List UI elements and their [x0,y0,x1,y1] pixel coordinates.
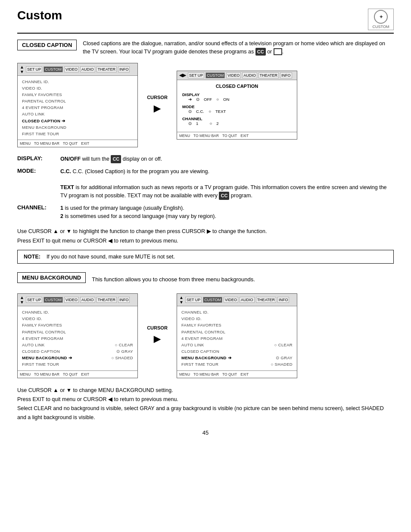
mode-explain-label: MODE: [17,168,56,200]
cc-channel-group: CHANNEL 1 2 [182,116,292,126]
s2-footer-toquit: TO QUIT [63,372,78,376]
r2-firsttime-opt: ○ SHADED [271,361,293,367]
r2-menubg: MENU BACKGROUND ➔ [181,355,231,361]
r2-firsttime-row: FIRST TIME TOUR ○ SHADED [181,361,293,367]
custom-nav-icon: CUSTOM [44,66,63,72]
page-header: Custom ✦ CUSTOM [17,9,394,34]
menu-bg-label: MENU BACKGROUND [17,272,86,283]
right-screen-header-cc: ◀▶ SET UP CUSTOM VIDEO AUDIO THEATER INF… [177,71,297,80]
r2-footer-tomenubar: TO MENU BAR [193,372,219,376]
r2-menubg-row: MENU BACKGROUND ➔ ⊙ GRAY [181,355,293,361]
s2-menubg-row: MENU BACKGROUND ➔ ○ SHADED [22,355,133,361]
r2-family-fav: FAMILY FAVORITES [181,322,293,328]
r-theater-icon: THEATER [258,72,279,78]
right-screen-body-2: CHANNEL ID. VIDEO ID. FAMILY FAVORITES P… [177,306,297,370]
cursor-label-1: CURSOR [147,95,168,100]
s2-video-icon: VIDEO [64,297,79,303]
radio-on [216,97,219,102]
s2-firsttime: FIRST TIME TOUR [22,361,133,367]
r2-4event: 4 EVENT PROGRAM [181,335,293,342]
cursor-instructions: Use CURSOR ▲ or ▼ to highlight the funct… [17,227,394,246]
r2-footer-toquit: TO QUIT [222,372,237,376]
s2-setup-icon: SET UP [26,297,42,303]
cursor-inst-line1: Use CURSOR ▲ or ▼ to highlight the funct… [17,227,394,236]
r2-parental: PARENTAL CONTROL [181,329,293,335]
custom-icon-circle: ✦ [374,10,388,24]
note-box: NOTE: If you do not have sound, make sur… [17,250,394,264]
s2-info-icon: INFO [118,297,130,303]
nav2-up-arrow: ▲▼ [20,295,24,305]
cc-mode-label: MODE [182,104,292,109]
ch1-rest: is used for the primary language (usuall… [65,205,184,211]
ch1-bold: 1 [60,205,63,211]
s2-autolink-opt: ○ CLEAR [115,342,133,348]
cc-desc-part2: or [267,49,272,55]
closed-caption-desc-row: CLOSED CAPTION Closed captions are the d… [17,40,394,56]
cc-badge-inline: CC [255,48,266,56]
left-screen-footer-2: MENU TO MENU BAR TO QUIT EXIT [18,370,137,378]
s2-video-id: VIDEO ID. [22,315,133,322]
page-number: 45 [17,429,394,436]
cc-desc-part1: Closed captions are the dialogue, narrat… [83,40,385,55]
s2-parental: PARENTAL CONTROL [22,329,133,335]
s2-audio-icon: AUDIO [80,297,95,303]
r-setup-icon: SET UP [188,72,204,78]
display-on-label: ON [223,97,229,102]
s2-4event: 4 EVENT PROGRAM [22,335,133,342]
page-title: Custom [17,9,62,22]
channel-2-label: 2 [216,121,218,126]
square-badge [274,48,282,55]
s2-autolink-row: AUTO LINK ○ CLEAR [22,342,133,348]
r2-setup-icon: SET UP [185,297,202,303]
s2-autolink: AUTO LINK [22,342,45,348]
s2-footer-tomenubar: TO MENU BAR [34,372,59,376]
cc-display-group: DISPLAY ➔ OFF ON [182,92,292,102]
r-footer-toquit: TO QUIT [222,134,237,138]
cc-screen-title: CLOSED CAPTION [182,84,292,89]
footer-tomenubar: TO MENU BAR [34,141,59,146]
s2-menubg-opt: ○ SHADED [112,355,133,361]
mode-text2-end: program. [231,193,252,199]
s2-cc-row: CLOSED CAPTION ⊙ GRAY [22,348,133,355]
r2-firsttime: FIRST TIME TOUR [181,361,218,367]
note-text: If you do not have sound, make sure MUTE… [47,254,175,260]
cc-channel-values: 1 2 [188,121,292,126]
r2-autolink: AUTO LINK [181,342,204,348]
right-screen-header-2: ▲▼ SET UP CUSTOM VIDEO AUDIO THEATER INF… [177,294,297,306]
cursor-label-2: CURSOR [147,325,168,330]
r2-info-icon: INFO [277,297,290,303]
r-video-icon: VIDEO [226,72,241,78]
screens-row-2: ▲▼ SET UP CUSTOM VIDEO AUDIO THEATER INF… [17,293,394,378]
r2-custom-icon: CUSTOM [203,297,222,303]
cc-badge-display: CC [111,155,121,163]
left-screen-body-1: CHANNEL ID. VIDEO ID. FAMILY FAVORITES P… [18,76,137,140]
channel-1-label: 1 [196,121,198,126]
radio-ch2 [209,121,212,126]
note-label: NOTE: [24,254,40,260]
r2-theater-icon: THEATER [256,297,276,303]
left-screen-footer-1: MENU TO MENU BAR TO QUIT EXIT [18,140,137,147]
channel-content: 1 is used for the primary language (usua… [60,204,394,221]
display-label: DISPLAY: [17,155,56,163]
cc-mode-group: MODE C.C. TEXT [182,104,292,114]
left-tv-screen-1: ▲▼ SET UP CUSTOM VIDEO AUDIO THEATER INF… [17,63,138,148]
footer-toquit: TO QUIT [63,141,78,146]
cc-mode-values: C.C. TEXT [188,109,292,114]
r2-autolink-row: AUTO LINK ○ CLEAR [181,342,293,348]
video-nav-icon: VIDEO [64,66,79,72]
display-off-label: OFF [204,97,212,102]
s2-footer-menu: MENU [20,372,31,376]
menu-item-video-id: VIDEO ID. [22,85,133,91]
r-footer-tomenubar: TO MENU BAR [193,134,219,138]
r2-audio-icon: AUDIO [240,297,255,303]
explain-section: DISPLAY: ON/OFF will turn the CC display… [17,155,394,220]
r2-footer-menu: MENU [179,372,190,376]
arrow-right-cc: ➔ [188,97,192,102]
cursor-arrow-row-2: ► [151,332,163,346]
menu-item-parental: PARENTAL CONTROL [22,98,133,104]
menu-item-autolink: AUTO LINK [22,111,133,117]
mode-text-label: TEXT [215,109,226,114]
cc-badge-mode: CC [219,192,229,200]
closed-caption-description: Closed captions are the dialogue, narrat… [83,40,394,56]
s2-theater-icon: THEATER [97,297,117,303]
